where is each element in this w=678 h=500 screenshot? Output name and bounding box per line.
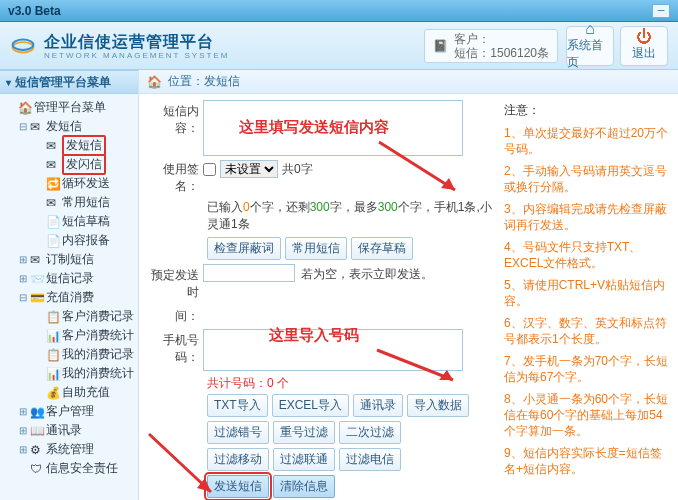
- nav-label: 管理平台菜单: [34, 99, 106, 116]
- form-area: 短信内容： 使用签名： 未设置 共0字 已输入0个字，还剩300字，最多300个…: [139, 94, 500, 500]
- nav-icon: 📄: [46, 234, 60, 248]
- filter-telecom-button[interactable]: 过滤电信: [339, 448, 401, 471]
- nav-label: 客户消费统计: [62, 327, 134, 344]
- nav-icon: ✉: [46, 196, 60, 210]
- chevron-down-icon: ▾: [6, 77, 11, 88]
- nav-label: 我的消费统计: [62, 365, 134, 382]
- tree-toggle-icon: ⊞: [18, 406, 28, 417]
- nav-item[interactable]: 📋我的消费记录: [4, 345, 136, 364]
- nav-item[interactable]: ⊞⚙系统管理: [4, 440, 136, 459]
- filter-twice-button[interactable]: 二次过滤: [339, 421, 401, 444]
- clear-button[interactable]: 清除信息: [273, 475, 335, 498]
- nav-label: 短信记录: [46, 270, 94, 287]
- nav-icon: 📋: [46, 348, 60, 362]
- nav-icon: 🏠: [18, 101, 32, 115]
- nav-label: 常用短信: [62, 194, 110, 211]
- filter-error-button[interactable]: 过滤错号: [207, 421, 269, 444]
- nav-item[interactable]: 🛡信息安全责任: [4, 459, 136, 478]
- nav-item[interactable]: 📄内容报备: [4, 231, 136, 250]
- nav-item[interactable]: ⊟✉发短信: [4, 117, 136, 136]
- tree-toggle-icon: ⊞: [18, 273, 28, 284]
- note-item: 9、短信内容实际长度=短信签名+短信内容。: [504, 445, 670, 477]
- import-data-button[interactable]: 导入数据: [407, 394, 469, 417]
- nav-label: 客户管理: [46, 403, 94, 420]
- nav-icon: ✉: [46, 139, 60, 153]
- schedule-input[interactable]: [203, 264, 295, 282]
- nav-label: 短信草稿: [62, 213, 110, 230]
- nav-item[interactable]: ⊞👥客户管理: [4, 402, 136, 421]
- note-item: 1、单次提交最好不超过20万个号码。: [504, 125, 670, 157]
- save-draft-button[interactable]: 保存草稿: [351, 237, 413, 260]
- nav-icon: ✉: [46, 158, 60, 172]
- breadcrumb-label: 位置：发短信: [168, 73, 240, 90]
- customer-box: 📓 客户： 短信：1506120条: [424, 29, 558, 63]
- nav-item[interactable]: 💰自助充值: [4, 383, 136, 402]
- nav-icon: 📨: [30, 272, 44, 286]
- nav-item[interactable]: ✉常用短信: [4, 193, 136, 212]
- filter-unicom-button[interactable]: 过滤联通: [273, 448, 335, 471]
- minimize-button[interactable]: –: [652, 4, 670, 18]
- common-sms-button[interactable]: 常用短信: [285, 237, 347, 260]
- nav-send-sms[interactable]: ✉发短信: [4, 136, 136, 155]
- tree-toggle-icon: ⊞: [18, 425, 28, 436]
- signature-checkbox[interactable]: [203, 163, 216, 176]
- import-excel-button[interactable]: EXCEL导入: [272, 394, 349, 417]
- note-item: 4、号码文件只支持TXT、EXCEL文件格式。: [504, 239, 670, 271]
- schedule-label: 预定发送时: [147, 264, 203, 301]
- app-version: v3.0 Beta: [8, 4, 61, 18]
- home-icon: ⌂: [585, 21, 595, 37]
- sms-content-input[interactable]: [203, 100, 463, 156]
- nav-item[interactable]: ⊟💳充值消费: [4, 288, 136, 307]
- note-item: 5、请使用CTRL+V粘贴短信内容。: [504, 277, 670, 309]
- nav-item[interactable]: 🏠管理平台菜单: [4, 98, 136, 117]
- nav-label: 发闪信: [62, 154, 106, 175]
- nav-item[interactable]: ⊞📨短信记录: [4, 269, 136, 288]
- nav-item[interactable]: ⊞✉订制短信: [4, 250, 136, 269]
- app-logo-icon: [10, 33, 36, 59]
- nav-send-flash[interactable]: ✉发闪信: [4, 155, 136, 174]
- nav-icon: 👥: [30, 405, 44, 419]
- schedule-tip: 若为空，表示立即发送。: [301, 264, 433, 283]
- filter-mobile-button[interactable]: 过滤移动: [207, 448, 269, 471]
- signature-label: 使用签名：: [147, 160, 203, 195]
- signature-select[interactable]: 未设置: [220, 160, 278, 178]
- filter-dup-button[interactable]: 重号过滤: [273, 421, 335, 444]
- send-sms-button[interactable]: 发送短信: [207, 475, 269, 498]
- check-block-button[interactable]: 检查屏蔽词: [207, 237, 281, 260]
- notes-title: 注意：: [504, 102, 670, 119]
- sms-balance: 短信：1506120条: [454, 46, 549, 60]
- contacts-button[interactable]: 通讯录: [353, 394, 403, 417]
- nav-item[interactable]: ⊞📖通讯录: [4, 421, 136, 440]
- nav-icon: 📖: [30, 424, 44, 438]
- home-button[interactable]: ⌂系统首页: [566, 26, 614, 66]
- nav-icon: 🔁: [46, 177, 60, 191]
- nav-label: 客户消费记录: [62, 308, 134, 325]
- nav-item[interactable]: 📊客户消费统计: [4, 326, 136, 345]
- exit-button[interactable]: ⏻退出: [620, 26, 668, 66]
- import-txt-button[interactable]: TXT导入: [207, 394, 268, 417]
- nav-item[interactable]: 📄短信草稿: [4, 212, 136, 231]
- tree-toggle-icon: ⊞: [18, 444, 28, 455]
- phone-numbers-input[interactable]: [203, 329, 463, 371]
- nav-icon: 🛡: [30, 462, 44, 476]
- sidebar: ▾短信管理平台菜单 🏠管理平台菜单⊟✉发短信✉发短信✉发闪信🔁循环发送✉常用短信…: [0, 70, 138, 500]
- nav-item[interactable]: 📋客户消费记录: [4, 307, 136, 326]
- nav-tree: 🏠管理平台菜单⊟✉发短信✉发短信✉发闪信🔁循环发送✉常用短信📄短信草稿📄内容报备…: [0, 94, 138, 482]
- titlebar: v3.0 Beta –: [0, 0, 678, 22]
- notes-panel: 注意： 1、单次提交最好不超过20万个号码。2、手动输入号码请用英文逗号或换行分…: [500, 94, 678, 500]
- power-icon: ⏻: [636, 29, 652, 45]
- note-item: 2、手动输入号码请用英文逗号或换行分隔。: [504, 163, 670, 195]
- nav-label: 自助充值: [62, 384, 110, 401]
- nav-icon: 📊: [46, 329, 60, 343]
- nav-label: 信息安全责任: [46, 460, 118, 477]
- content-label: 短信内容：: [147, 100, 203, 137]
- gap-label: 间：: [147, 305, 203, 325]
- nav-icon: 💰: [46, 386, 60, 400]
- home-icon: 🏠: [147, 75, 162, 89]
- nav-item[interactable]: 🔁循环发送: [4, 174, 136, 193]
- nav-item[interactable]: 📊我的消费统计: [4, 364, 136, 383]
- char-count-tip: 已输入0个字，还剩300字，最多300个字，手机1条,小灵通1条: [147, 199, 492, 233]
- svg-point-1: [13, 39, 34, 49]
- note-item: 3、内容编辑完成请先检查屏蔽词再行发送。: [504, 201, 670, 233]
- nav-icon: 💳: [30, 291, 44, 305]
